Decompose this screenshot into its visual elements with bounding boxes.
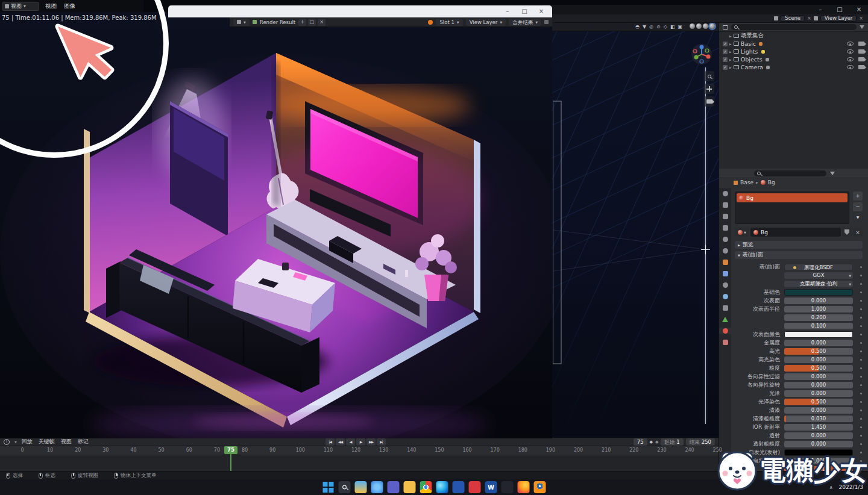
properties-tab-particles[interactable] xyxy=(719,282,731,288)
disable-in-render-icon[interactable] xyxy=(858,42,864,46)
property-select-field[interactable]: GGX▼ xyxy=(784,272,853,279)
animate-property-icon[interactable] xyxy=(853,300,868,302)
properties-tab-texture[interactable] xyxy=(719,339,731,346)
edge-icon[interactable] xyxy=(436,481,448,493)
breadcrumb-object[interactable]: Base xyxy=(740,179,753,185)
slot-specials-menu[interactable]: ▼ xyxy=(853,213,863,222)
show-gizmo-icon[interactable]: ◇ xyxy=(664,23,667,31)
file-explorer-icon[interactable] xyxy=(355,481,367,493)
property-number-field[interactable]: 0.200 xyxy=(784,314,853,321)
outliner-row-lights[interactable]: ✓▶Lights xyxy=(719,48,868,55)
properties-tab-render[interactable] xyxy=(719,202,731,208)
disable-in-render-icon[interactable] xyxy=(858,65,864,69)
browse-material-button[interactable]: ▼ xyxy=(735,228,749,237)
property-number-field[interactable]: 0.000 xyxy=(784,356,853,363)
timeline-menu-视图[interactable]: 视图 xyxy=(61,438,72,446)
property-number-field[interactable]: 0.000 xyxy=(784,407,853,414)
properties-tab-constraints[interactable] xyxy=(719,305,731,311)
play-button[interactable]: ▶ xyxy=(356,438,365,446)
animate-property-icon[interactable] xyxy=(853,350,868,352)
editor-type-selector[interactable]: ▼ xyxy=(233,19,250,26)
properties-tab-object-data[interactable] xyxy=(719,316,731,323)
property-number-field[interactable]: 1.450 xyxy=(784,424,853,431)
jump-to-end-button[interactable]: ▶| xyxy=(377,438,386,446)
playhead-current-frame[interactable]: 75 xyxy=(224,446,237,454)
properties-tab-modifiers[interactable] xyxy=(719,270,731,277)
unlink-material-button[interactable]: × xyxy=(853,228,863,237)
shading-material-icon[interactable] xyxy=(703,23,708,29)
expand-icon[interactable]: ▶ xyxy=(729,66,732,69)
3d-viewport[interactable] xyxy=(552,23,719,438)
animate-property-icon[interactable] xyxy=(853,418,868,420)
property-slider-field[interactable]: 0.500 xyxy=(784,399,853,405)
camera-view-button[interactable] xyxy=(704,96,714,107)
scene-selector[interactable]: Scene xyxy=(781,15,805,22)
filter-icon[interactable] xyxy=(860,25,864,29)
animate-property-icon[interactable] xyxy=(853,376,868,378)
pivot-point-icon[interactable]: ⊙ xyxy=(656,23,661,31)
render-window-titlebar[interactable]: – □ × xyxy=(168,5,552,17)
navigation-gizmo[interactable] xyxy=(691,43,712,65)
hide-in-viewport-icon[interactable] xyxy=(847,57,854,61)
search-icon[interactable] xyxy=(339,481,351,493)
property-number-field[interactable]: 0.000 xyxy=(784,390,853,397)
shading-wireframe-icon[interactable] xyxy=(690,23,695,29)
animate-property-icon[interactable] xyxy=(853,317,868,319)
hide-in-viewport-icon[interactable] xyxy=(847,49,854,54)
timeline-menu-回放[interactable]: 回放 xyxy=(22,438,33,446)
snap-menu-icon[interactable]: ▼ xyxy=(643,23,646,31)
toggle-xray-icon[interactable]: ▣ xyxy=(678,23,682,31)
minimize-button[interactable]: – xyxy=(811,5,829,14)
property-number-field[interactable]: 0.100 xyxy=(784,323,853,329)
zoom-tool-button[interactable] xyxy=(704,71,714,81)
timeline-menu-标记[interactable]: 标记 xyxy=(78,438,89,446)
property-number-field[interactable]: 0.000 xyxy=(784,297,853,304)
outliner-row-camera[interactable]: ✓▶Camera xyxy=(719,63,868,71)
gizmo-x-axis[interactable] xyxy=(706,55,711,59)
proportional-editing-icon[interactable]: ◎ xyxy=(649,23,653,31)
material-slot-selected[interactable]: Bg xyxy=(737,193,848,202)
collection-checkbox[interactable]: ✓ xyxy=(723,49,728,54)
windows-start-icon[interactable] xyxy=(322,481,335,493)
close-button[interactable]: × xyxy=(533,7,550,16)
collection-checkbox[interactable]: ✓ xyxy=(723,42,728,46)
expand-icon[interactable]: ▶ xyxy=(729,34,732,37)
properties-tab-world[interactable] xyxy=(719,248,731,254)
animate-property-icon[interactable] xyxy=(853,283,868,285)
properties-tab-tool[interactable] xyxy=(719,190,731,197)
properties-tab-object[interactable] xyxy=(719,259,731,266)
duplicate-image-button[interactable]: □ xyxy=(308,19,316,26)
outliner-row-objects[interactable]: ✓▶Objects xyxy=(719,55,868,63)
properties-tab-physics[interactable] xyxy=(719,293,731,300)
remove-slot-button[interactable]: − xyxy=(853,202,863,211)
properties-tab-output[interactable] xyxy=(719,213,731,220)
animate-property-icon[interactable] xyxy=(853,443,868,445)
animate-property-icon[interactable] xyxy=(853,325,868,327)
image-datablock-icon[interactable] xyxy=(428,20,433,25)
display-channels-icon[interactable] xyxy=(544,20,549,24)
property-number-field[interactable]: 0.000 xyxy=(784,340,853,346)
property-number-field[interactable]: 1.000 xyxy=(784,306,853,313)
unlink-scene-icon[interactable]: × xyxy=(807,16,811,21)
material-name-field[interactable]: Bg xyxy=(750,228,841,237)
timeline-ruler[interactable]: 0102030405060708090100110120130140150160… xyxy=(0,446,719,455)
animate-property-icon[interactable] xyxy=(853,359,868,361)
animate-property-icon[interactable] xyxy=(853,426,868,428)
previous-keyframe-button[interactable]: ◀◀ xyxy=(336,438,345,446)
maximize-button[interactable]: □ xyxy=(516,7,533,16)
play-reverse-button[interactable]: ◀ xyxy=(346,438,355,446)
animate-property-icon[interactable] xyxy=(853,275,868,276)
snap-magnet-icon[interactable]: ◓ xyxy=(635,23,640,31)
property-number-field[interactable]: 0.000 xyxy=(784,373,853,380)
word-icon[interactable]: W xyxy=(485,481,497,493)
surface-section-header[interactable]: ▼ 表(曲)面 xyxy=(735,251,863,259)
animate-property-icon[interactable] xyxy=(853,334,868,335)
timeline-editor-icon[interactable] xyxy=(4,439,10,445)
folder-icon[interactable] xyxy=(404,481,416,493)
animate-property-icon[interactable] xyxy=(853,409,868,411)
property-slider-field[interactable]: 0.500 xyxy=(784,348,853,355)
light-origin-crosshair[interactable] xyxy=(701,245,710,254)
property-number-field[interactable]: 0.000 xyxy=(784,441,853,447)
collection-checkbox[interactable]: ✓ xyxy=(723,57,728,62)
property-color-field[interactable] xyxy=(784,289,853,296)
